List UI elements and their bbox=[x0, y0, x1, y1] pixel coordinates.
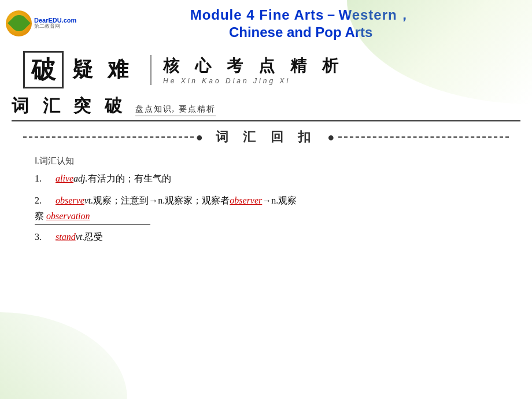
vocab-item-1: 1. alive adj. 有活力的；有生气的 bbox=[35, 171, 509, 186]
observe-line1: 2. observe vt. 观察；注意到→n.观察家；观察者 observer… bbox=[35, 193, 509, 208]
section-title-right: 核 心 考 点 精 析 He Xin Kao Dian Jing Xi bbox=[150, 55, 344, 85]
circle-left: ● bbox=[196, 131, 205, 144]
pos-alive: adj. bbox=[73, 171, 87, 186]
logo-sub: 第二教育网 bbox=[34, 24, 76, 29]
item-num-2: 2. bbox=[35, 193, 51, 208]
vocab-item-2: 2. observe vt. 观察；注意到→n.观察家；观察者 observer… bbox=[35, 193, 509, 225]
section-subtitle-pinyin: He Xin Kao Dian Jing Xi bbox=[163, 77, 344, 85]
logo-area: DearEDU.com 第二教育网 bbox=[6, 10, 76, 36]
observe-cont: 察 bbox=[35, 209, 46, 224]
keyword-alive: alive bbox=[56, 171, 73, 186]
item-num-3: 3. bbox=[35, 230, 51, 245]
def-alive: 有活力的；有生气的 bbox=[88, 171, 171, 186]
keyword-stand: stand bbox=[56, 230, 76, 245]
keyword-observer: observer bbox=[230, 193, 262, 208]
vocab-subtitle: 盘点知识, 要点精析 bbox=[135, 104, 216, 116]
dashed-separator: ● 词 汇 回 扣 ● bbox=[0, 121, 532, 153]
logo-text: DearEDU.com 第二教育网 bbox=[34, 17, 76, 29]
observe-underline bbox=[35, 224, 150, 225]
logo-leaf bbox=[8, 12, 31, 35]
vocab-item-3: 3. stand vt. 忍受 bbox=[35, 230, 509, 245]
section-title-cn: 疑 难 bbox=[72, 56, 133, 84]
main-container: DearEDU.com 第二教育网 Module 4 Fine Arts－Wes… bbox=[0, 0, 532, 399]
calligraphy-box: 破 bbox=[23, 51, 64, 88]
vocab-title: 词 汇 突 破 bbox=[12, 94, 127, 118]
pos-stand: vt. bbox=[76, 230, 85, 245]
separator-text: 词 汇 回 扣 bbox=[216, 128, 317, 146]
item-num-1: 1. bbox=[35, 171, 51, 186]
circle-right: ● bbox=[327, 131, 336, 144]
keyword-observation: observation bbox=[46, 209, 90, 224]
dash-left bbox=[23, 136, 194, 138]
section-label: Ⅰ.词汇认知 bbox=[35, 156, 509, 167]
calligraphy-char: 破 bbox=[31, 54, 56, 86]
observe-line2: 察 observation bbox=[35, 209, 509, 224]
section-subtitle-cn: 核 心 考 点 精 析 bbox=[163, 55, 344, 77]
bg-decoration-top bbox=[347, 0, 532, 104]
def-observer: →n.观察 bbox=[262, 193, 297, 208]
def-stand: 忍受 bbox=[84, 230, 103, 245]
vocab-header: 词 汇 突 破 盘点知识, 要点精析 bbox=[12, 94, 520, 121]
content-area: Ⅰ.词汇认知 1. alive adj. 有活力的；有生气的 2. observ… bbox=[0, 153, 532, 244]
keyword-observe: observe bbox=[56, 193, 84, 208]
dash-right bbox=[338, 136, 509, 138]
logo-icon bbox=[6, 10, 32, 36]
def-observe: 观察；注意到→n.观察家；观察者 bbox=[93, 193, 230, 208]
bg-decoration-bottom bbox=[0, 312, 127, 399]
pos-observe: vt. bbox=[84, 193, 94, 208]
